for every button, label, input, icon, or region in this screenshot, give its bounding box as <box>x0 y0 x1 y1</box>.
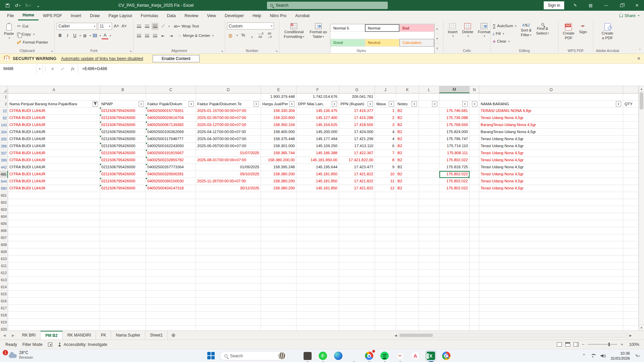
cell-K[interactable]: B2 <box>396 171 419 178</box>
cell-K[interactable] <box>396 319 419 326</box>
row-header-602[interactable]: 602 <box>0 199 8 206</box>
ribbon-tab-developer[interactable]: Developer <box>220 11 248 20</box>
cell-G[interactable] <box>339 262 375 269</box>
cell-D[interactable] <box>196 248 261 255</box>
cell-E[interactable]: 158.380.200,00 <box>261 157 297 164</box>
cell-F[interactable] <box>297 255 339 262</box>
cell-B[interactable]: 0211506795426000 <box>100 136 146 143</box>
cell-E[interactable]: 158.380.200 <box>261 171 297 178</box>
cell-D[interactable] <box>196 277 261 284</box>
cell-G[interactable]: 17.416.377 <box>339 108 375 115</box>
cell-K[interactable] <box>396 326 419 330</box>
header-cell-J[interactable]: Masa▼ <box>375 101 396 108</box>
cell-D[interactable]: 01/07/2025 <box>196 150 261 157</box>
ribbon-tab-wps-pdf[interactable]: WPS PDF <box>39 11 66 20</box>
cell-G[interactable]: 17.418.555 <box>339 122 375 129</box>
cell-A[interactable]: CITRA BUDI LUHUR <box>8 164 100 171</box>
cell-E[interactable] <box>261 262 297 269</box>
cell-C[interactable] <box>146 255 196 262</box>
cell-M[interactable] <box>439 94 470 101</box>
cell-C[interactable]: 04002500232855782 <box>146 157 196 164</box>
security-warning-link[interactable]: Automatic update of links has been disab… <box>61 56 143 61</box>
cell-L[interactable] <box>419 150 439 157</box>
cell-P[interactable] <box>623 248 639 255</box>
cell-J[interactable] <box>375 312 396 319</box>
cell-P[interactable] <box>623 277 639 284</box>
ribbon-tab-acrobat[interactable]: Acrobat <box>291 11 314 20</box>
cell-P[interactable] <box>623 171 639 178</box>
cell-B[interactable] <box>100 319 146 326</box>
cell-M[interactable] <box>439 248 470 255</box>
cell-K[interactable] <box>396 262 419 269</box>
cell-N[interactable] <box>470 269 479 277</box>
cell-E[interactable] <box>261 319 297 326</box>
cell-B[interactable] <box>100 227 146 234</box>
cell-F[interactable] <box>297 298 339 305</box>
column-header-A[interactable]: A <box>8 86 100 93</box>
cell-L[interactable] <box>419 199 439 206</box>
cell-E[interactable] <box>261 291 297 298</box>
cell-A[interactable]: CITRA BUDI LUHUR <box>8 157 100 164</box>
row-header-486[interactable]: 486 <box>0 171 8 178</box>
cell-N[interactable] <box>470 298 479 305</box>
cell-E[interactable] <box>261 192 297 199</box>
filter-button-C[interactable]: ▼ <box>189 101 194 107</box>
cell-G[interactable] <box>339 206 375 213</box>
cell-J[interactable]: 3 <box>375 122 396 129</box>
cell-N[interactable] <box>470 178 479 185</box>
row-header-608[interactable]: 608 <box>0 241 8 248</box>
cell-A[interactable] <box>8 234 100 241</box>
cell-B[interactable]: 0211506795426000 <box>100 143 146 150</box>
cell-J[interactable]: 10 <box>375 171 396 178</box>
row-header-604[interactable]: 604 <box>0 213 8 220</box>
cell-L[interactable] <box>419 122 439 129</box>
cell-C[interactable]: 04002500320500281 <box>146 171 196 178</box>
header-cell-E[interactable]: Harga Jual/Per▼ <box>261 101 297 108</box>
cell-O[interactable] <box>479 234 623 241</box>
cell-E[interactable] <box>261 206 297 213</box>
cell-E[interactable] <box>261 298 297 305</box>
cell-A[interactable] <box>8 94 100 101</box>
cell-D[interactable]: 2025-03-12T00:00:00+07:00 <box>196 122 261 129</box>
cell-M[interactable] <box>439 284 470 291</box>
column-header-D[interactable]: D <box>196 86 261 93</box>
cell-N[interactable] <box>470 220 479 227</box>
cell-E[interactable]: 1.900.379.448 <box>261 94 297 101</box>
cell-L[interactable] <box>419 171 439 178</box>
cell-N[interactable] <box>470 255 479 262</box>
cell-J[interactable]: 12 <box>375 185 396 192</box>
cell-C[interactable] <box>146 206 196 213</box>
paste-button[interactable]: Paste▾ <box>2 22 16 46</box>
cell-M[interactable] <box>439 291 470 298</box>
cell-E[interactable]: 158.350.104 <box>261 122 297 129</box>
decrease-decimal-icon[interactable]: .00→0 <box>266 32 273 39</box>
cell-C[interactable] <box>146 213 196 220</box>
header-cell-O[interactable]: NAMA BARANG▼ <box>479 101 623 108</box>
cell-M[interactable]: 175.802.022 <box>439 178 470 185</box>
cell-B[interactable]: 0211506795426000 <box>100 122 146 129</box>
cell-O[interactable] <box>479 94 623 101</box>
ribbon-tab-page-layout[interactable]: Page Layout <box>104 11 136 20</box>
sign-in-button[interactable]: Sign in <box>544 1 564 9</box>
taskbar-icon-spotify[interactable] <box>379 350 390 361</box>
ribbon-tab-help[interactable]: Help <box>248 11 266 20</box>
cell-P[interactable] <box>623 129 639 136</box>
cell-D[interactable]: 2025-06-05T00:00:00+07:00 <box>196 143 261 150</box>
cell-C[interactable]: 04002500117948777 <box>146 136 196 143</box>
security-bar-close-icon[interactable]: ✕ <box>637 56 641 61</box>
formula-input[interactable]: =E486+G486 <box>78 64 644 74</box>
sheet-tab-nama-suplier[interactable]: Nama Suplier <box>111 331 145 340</box>
cell-M[interactable]: 175.802.022 <box>439 185 470 192</box>
cell-J[interactable]: 6 <box>375 143 396 150</box>
cell-A[interactable] <box>8 220 100 227</box>
cell-N[interactable] <box>470 157 479 164</box>
cell-F[interactable]: 145.195.644 <box>297 164 339 171</box>
filter-button-O[interactable]: ▼ <box>616 101 621 107</box>
row-header-204[interactable]: 204 <box>0 129 8 136</box>
taskbar-icon-whatsapp[interactable]: ✆ <box>317 350 328 361</box>
cell-L[interactable] <box>419 227 439 234</box>
sheet-nav-left-icon[interactable]: ◀ <box>0 331 9 340</box>
ribbon-tab-data[interactable]: Data <box>163 11 180 20</box>
column-header-partial[interactable] <box>623 86 639 93</box>
cell-C[interactable] <box>146 262 196 269</box>
